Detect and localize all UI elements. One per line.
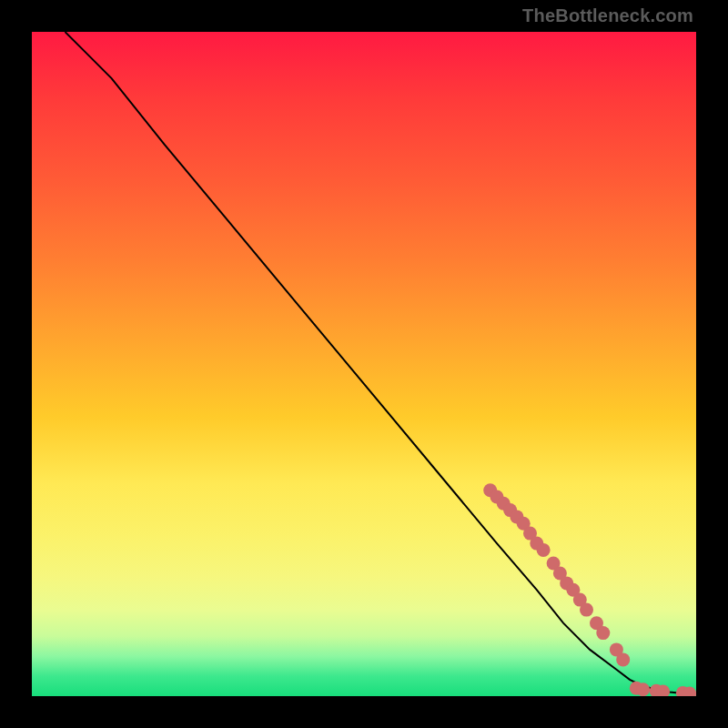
data-point (616, 652, 630, 666)
data-point (636, 682, 650, 696)
chart-container: TheBottleneck.com (0, 0, 728, 728)
plot-area (32, 32, 696, 696)
data-points (483, 483, 696, 696)
data-point (537, 543, 551, 557)
chart-svg (32, 32, 696, 696)
curve-line (66, 32, 697, 694)
data-point (580, 603, 593, 617)
data-point (596, 626, 610, 640)
watermark-text: TheBottleneck.com (522, 5, 693, 26)
